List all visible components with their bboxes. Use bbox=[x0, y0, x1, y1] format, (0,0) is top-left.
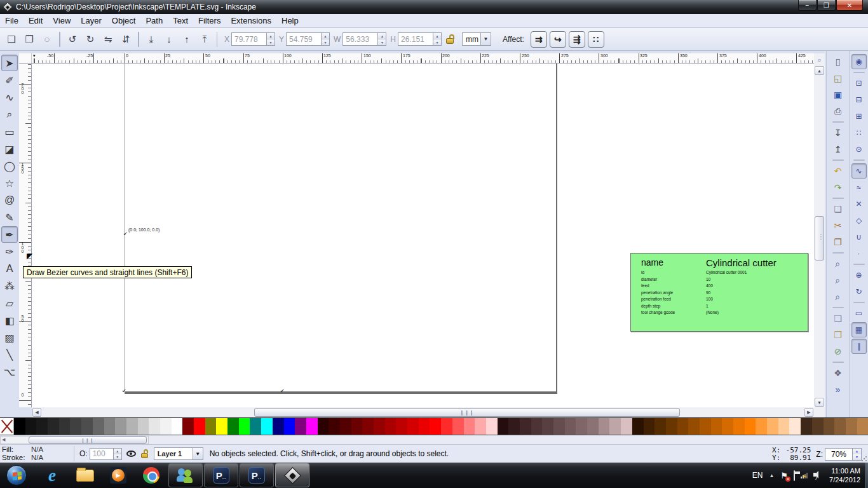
layer-visibility-icon[interactable] bbox=[126, 451, 136, 457]
color-swatch[interactable] bbox=[553, 418, 565, 435]
corner-zoom-icon[interactable]: ⌕ bbox=[814, 55, 825, 65]
command-icon[interactable] bbox=[832, 362, 844, 363]
zoom-selection-icon[interactable]: ⌕ bbox=[831, 256, 846, 271]
command-icon[interactable] bbox=[832, 198, 844, 199]
unlink-clone-icon[interactable]: ⊘ bbox=[831, 344, 846, 359]
field-spinner[interactable]: ▲▼ bbox=[267, 32, 275, 46]
windows-explorer-button[interactable] bbox=[69, 463, 102, 488]
color-swatch[interactable] bbox=[160, 418, 172, 435]
layer-select[interactable]: Layer 1 ▼ bbox=[154, 447, 203, 460]
action-center-icon[interactable]: ⚑ ✕ bbox=[780, 471, 788, 480]
color-swatch[interactable] bbox=[654, 418, 666, 435]
box3d-tool[interactable]: ◪ bbox=[1, 140, 18, 157]
flip-vertical-icon[interactable]: ⇵ bbox=[118, 31, 134, 48]
print-icon[interactable]: ⎙ bbox=[831, 104, 846, 119]
selector-tool[interactable]: ➤ bbox=[1, 55, 18, 71]
color-swatch[interactable] bbox=[756, 418, 767, 435]
maximize-button[interactable]: ❐ bbox=[817, 0, 836, 11]
snap-grid-icon[interactable]: ▦ bbox=[851, 322, 867, 337]
menu-item[interactable]: View bbox=[48, 15, 76, 27]
lock-width-height-icon[interactable] bbox=[445, 34, 454, 44]
command-icon[interactable] bbox=[832, 121, 844, 123]
field-value[interactable]: 79.778 bbox=[231, 32, 267, 46]
node-editor-tool[interactable]: ✐ bbox=[1, 72, 18, 88]
spray-tool[interactable]: ⁂ bbox=[1, 278, 18, 294]
color-swatch[interactable] bbox=[115, 418, 126, 435]
color-swatch[interactable] bbox=[486, 418, 498, 435]
color-swatch[interactable] bbox=[70, 418, 81, 435]
color-swatch[interactable] bbox=[36, 418, 48, 435]
menu-item[interactable]: Extensions bbox=[226, 15, 276, 27]
menu-item[interactable]: Layer bbox=[76, 15, 107, 27]
pencil-tool[interactable]: ✎ bbox=[1, 209, 18, 226]
vertical-scrollbar[interactable]: ⌕ ▲ ▼ bbox=[814, 53, 825, 417]
scroll-up-icon[interactable]: ▲ bbox=[815, 66, 824, 75]
raise-icon[interactable]: ↑ bbox=[179, 31, 195, 48]
field-spinner[interactable]: ▲▼ bbox=[378, 32, 386, 46]
color-swatch[interactable] bbox=[374, 418, 385, 435]
color-swatch[interactable] bbox=[846, 418, 857, 435]
color-swatch[interactable] bbox=[824, 418, 835, 435]
palette-scroll-thumb[interactable]: ❙❙❙ bbox=[29, 437, 147, 444]
snap-cusp-nodes-icon[interactable]: ◇ bbox=[851, 213, 867, 228]
color-swatch[interactable] bbox=[789, 418, 801, 435]
snap-bbox-edges-icon[interactable]: ⊟ bbox=[851, 92, 867, 107]
connector-tool[interactable]: ⌥ bbox=[1, 363, 18, 380]
start-button[interactable] bbox=[6, 465, 27, 485]
text-tool[interactable]: A bbox=[1, 261, 18, 277]
color-swatch[interactable] bbox=[239, 418, 250, 435]
paste-icon[interactable]: ❐ bbox=[831, 234, 846, 250]
fill-stroke-indicator[interactable]: Fill: N/A Stroke: N/A bbox=[0, 445, 71, 462]
color-swatch[interactable] bbox=[531, 418, 543, 435]
zoom-spinner[interactable]: ▲▼ bbox=[853, 448, 862, 461]
vertical-scroll-thumb[interactable] bbox=[815, 216, 824, 261]
horizontal-ruler[interactable]: ▾ -50-2502550751001251501752002252502753… bbox=[32, 53, 814, 64]
snap-icon[interactable] bbox=[853, 159, 865, 161]
color-swatch[interactable] bbox=[520, 418, 531, 435]
snap-object-centers-icon[interactable]: ⊕ bbox=[851, 268, 867, 283]
color-swatch[interactable] bbox=[261, 418, 273, 435]
media-player-button[interactable]: ▶ bbox=[102, 463, 135, 488]
color-swatch[interactable] bbox=[93, 418, 104, 435]
scroll-right-icon[interactable]: ▶ bbox=[804, 408, 813, 417]
toolbar-icon[interactable] bbox=[138, 32, 139, 47]
toolbar-overflow-icon[interactable]: » bbox=[831, 382, 846, 397]
color-swatch[interactable] bbox=[295, 418, 306, 435]
color-swatch[interactable] bbox=[250, 418, 261, 435]
paint-bucket-tool[interactable]: ◧ bbox=[1, 312, 18, 329]
color-swatch[interactable] bbox=[632, 418, 644, 435]
rotate-cw-icon[interactable]: ↻ bbox=[82, 31, 98, 48]
color-swatch[interactable] bbox=[745, 418, 756, 435]
color-swatch[interactable] bbox=[318, 418, 329, 435]
color-swatch[interactable] bbox=[609, 418, 621, 435]
color-swatch[interactable] bbox=[452, 418, 464, 435]
open-document-icon[interactable]: ◱ bbox=[831, 71, 846, 86]
color-swatch[interactable] bbox=[340, 418, 351, 435]
color-swatch[interactable] bbox=[59, 418, 71, 435]
unit-dropdown-icon[interactable]: ▼ bbox=[481, 32, 491, 46]
snap-icon[interactable] bbox=[853, 72, 865, 73]
clone-icon[interactable]: ❒ bbox=[831, 327, 846, 342]
color-swatch[interactable] bbox=[48, 418, 59, 435]
snap-page-border-icon[interactable]: ▭ bbox=[851, 306, 867, 321]
select-all-icon[interactable]: ❏ bbox=[3, 31, 20, 48]
orientation-point[interactable]: ↙ (0.0; 100.0; 0.0) bbox=[128, 227, 159, 232]
color-swatch[interactable] bbox=[576, 418, 587, 435]
star-tool[interactable]: ☆ bbox=[1, 175, 18, 191]
color-swatch[interactable] bbox=[441, 418, 452, 435]
color-swatch[interactable] bbox=[194, 418, 205, 435]
undo-icon[interactable]: ↶ bbox=[831, 163, 846, 179]
palette-scrollbar[interactable]: ◀ ❙❙❙ bbox=[0, 436, 149, 444]
inkscape-taskbar-button[interactable] bbox=[275, 463, 309, 487]
new-document-icon[interactable]: ▯ bbox=[831, 54, 846, 69]
xml-editor-icon[interactable]: ❖ bbox=[831, 365, 846, 381]
color-swatch[interactable] bbox=[205, 418, 217, 435]
scroll-left-icon[interactable]: ◀ bbox=[32, 408, 41, 417]
field-spinner[interactable]: ▲▼ bbox=[433, 32, 442, 46]
title-bar[interactable]: C:\Users\Rodrigo\Desktop\Project\Inkscap… bbox=[0, 0, 868, 14]
menu-item[interactable]: Path bbox=[140, 15, 168, 27]
raise-to-top-icon[interactable]: ⤒ bbox=[196, 31, 213, 48]
cut-icon[interactable]: ✂ bbox=[831, 218, 846, 233]
gradient-tool[interactable]: ▨ bbox=[1, 329, 18, 346]
color-swatch[interactable] bbox=[149, 418, 160, 435]
